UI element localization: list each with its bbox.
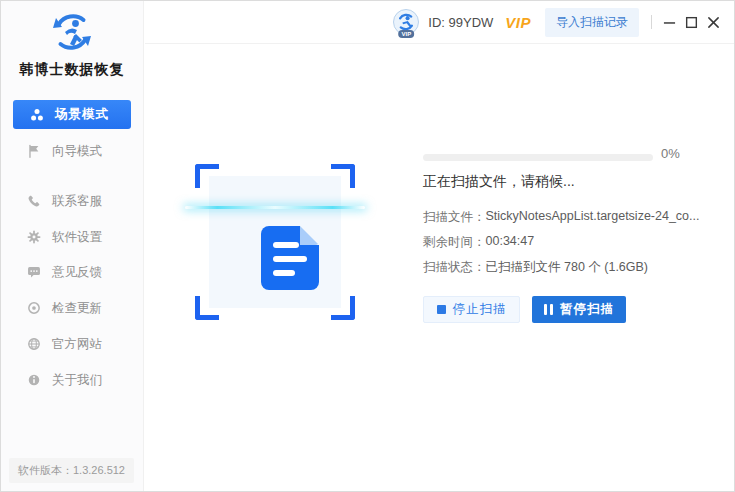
- sidebar-item-scene-mode[interactable]: 场景模式: [13, 100, 131, 129]
- contact-support-icon: [27, 194, 41, 208]
- progress-percent-label: 0%: [661, 146, 680, 161]
- scanning-file-row: 扫描文件： StickyNotesAppList.targetsize-24_c…: [423, 209, 700, 226]
- scanning-file-value: StickyNotesAppList.targetsize-24_co...: [486, 209, 700, 226]
- sidebar-item-check-update[interactable]: 检查更新: [1, 290, 144, 326]
- scan-laser-line: [185, 206, 365, 209]
- feedback-icon: [27, 265, 41, 279]
- minimize-button[interactable]: [658, 9, 680, 35]
- check-update-icon: [27, 301, 41, 315]
- scan-progress-bar: [423, 154, 653, 161]
- sidebar-item-label: 官方网站: [52, 336, 102, 353]
- frame-corner-bottom-right: [331, 296, 355, 320]
- stop-icon: [437, 305, 446, 314]
- sidebar-item-feedback[interactable]: 意见反馈: [1, 254, 144, 290]
- software-version-label: 软件版本：1.3.26.512: [9, 458, 134, 483]
- stop-scan-button[interactable]: 停止扫描: [423, 296, 520, 323]
- user-avatar[interactable]: VIP: [393, 9, 419, 35]
- official-website-icon: [27, 337, 41, 351]
- scan-panel: [209, 176, 341, 308]
- sidebar-item-about-us[interactable]: 关于我们: [1, 362, 144, 398]
- avatar-vip-badge: VIP: [398, 30, 414, 38]
- sidebar-item-label: 向导模式: [52, 143, 102, 160]
- remaining-time-row: 剩余时间： 00:34:47: [423, 234, 534, 251]
- pause-icon: [544, 304, 553, 315]
- scene-mode-icon: [30, 108, 44, 122]
- scan-state-label: 扫描状态：: [423, 259, 486, 276]
- pause-scan-button[interactable]: 暂停扫描: [532, 296, 626, 323]
- app-logo-icon: [50, 10, 94, 54]
- sidebar-item-label: 意见反馈: [52, 264, 102, 281]
- scan-animation: [195, 164, 355, 320]
- sidebar-item-settings[interactable]: 软件设置: [1, 219, 144, 255]
- close-icon: [707, 16, 720, 29]
- stop-scan-label: 停止扫描: [453, 301, 507, 318]
- import-scan-records-button[interactable]: 导入扫描记录: [545, 8, 639, 37]
- vip-badge[interactable]: VIP: [505, 14, 531, 31]
- sidebar-item-wizard-mode[interactable]: 向导模式: [1, 133, 144, 169]
- frame-corner-top-left: [195, 164, 219, 188]
- frame-corner-bottom-left: [195, 296, 219, 320]
- sidebar: 韩博士数据恢复 场景模式 向导模式 联系客服 软件设置: [1, 1, 144, 491]
- remaining-time-label: 剩余时间：: [423, 234, 486, 251]
- app-name: 韩博士数据恢复: [1, 61, 143, 79]
- settings-gear-icon: [27, 230, 41, 244]
- sidebar-item-label: 场景模式: [55, 106, 109, 123]
- remaining-time-value: 00:34:47: [486, 234, 535, 251]
- pause-scan-label: 暂停扫描: [560, 301, 614, 318]
- scan-state-value: 已扫描到文件 780 个 (1.6GB): [486, 259, 649, 276]
- scanning-file-label: 扫描文件：: [423, 209, 486, 226]
- maximize-button[interactable]: [680, 9, 702, 35]
- user-id-label: ID: 99YDW: [428, 15, 493, 30]
- wizard-mode-icon: [27, 144, 41, 158]
- close-button[interactable]: [702, 9, 724, 35]
- main-content: 0% 正在扫描文件，请稍候... 扫描文件： StickyNotesAppLis…: [145, 44, 734, 491]
- sidebar-item-label: 联系客服: [52, 193, 102, 210]
- sidebar-item-official-website[interactable]: 官方网站: [1, 326, 144, 362]
- sidebar-item-label: 软件设置: [52, 229, 102, 246]
- topbar-divider: [651, 15, 652, 29]
- scan-status-title: 正在扫描文件，请稍候...: [423, 173, 575, 191]
- scan-state-row: 扫描状态： 已扫描到文件 780 个 (1.6GB): [423, 259, 648, 276]
- topbar: VIP ID: 99YDW VIP 导入扫描记录: [145, 1, 734, 44]
- maximize-icon: [685, 16, 698, 29]
- about-us-icon: [27, 373, 41, 387]
- sidebar-item-contact-support[interactable]: 联系客服: [1, 183, 144, 219]
- frame-corner-top-right: [331, 164, 355, 188]
- sidebar-item-label: 检查更新: [52, 300, 102, 317]
- app-window: 韩博士数据恢复 场景模式 向导模式 联系客服 软件设置: [0, 0, 735, 492]
- minimize-icon: [663, 16, 676, 29]
- document-file-icon: [261, 226, 319, 290]
- sidebar-item-label: 关于我们: [52, 372, 102, 389]
